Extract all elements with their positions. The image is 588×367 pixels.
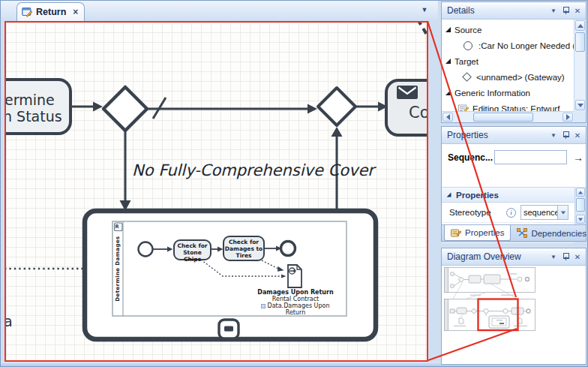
scroll-down-button[interactable] — [576, 215, 585, 224]
overview-pool-1 — [445, 268, 536, 293]
expander-icon[interactable] — [447, 193, 452, 197]
properties-title-bar[interactable]: Properties ▼ ✕ — [442, 127, 586, 144]
scroll-up-button[interactable] — [576, 188, 585, 197]
editing-status-icon — [458, 104, 469, 112]
diagram-canvas[interactable]: ermine n Status No Fully-Comprehensive C… — [4, 21, 428, 362]
stereotype-combobox[interactable]: sequence — [520, 205, 568, 220]
details-item-target[interactable]: <unnamed> (Gateway) — [442, 68, 574, 86]
scroll-right-button[interactable] — [562, 113, 573, 122]
info-icon[interactable]: i — [506, 208, 516, 218]
sub-task1-label: Check for Stone Chips — [174, 242, 211, 263]
overview-title-bar[interactable]: Diagram Overview ▼ ✕ — [442, 248, 586, 266]
properties-menu-icon[interactable]: ▼ — [548, 130, 560, 141]
properties-grid: Properties Stereotype i sequence uses Gl… — [442, 187, 574, 224]
details-section-source[interactable]: Source — [442, 23, 574, 37]
sub-start-event[interactable] — [139, 242, 153, 257]
expander-icon[interactable] — [446, 90, 451, 95]
gateway-1[interactable] — [104, 87, 147, 131]
data-object-labels: Damages Upon Return Rental Contract Data… — [248, 289, 344, 316]
scroll-thumb[interactable] — [576, 198, 585, 212]
overview-pin-icon[interactable] — [560, 251, 572, 263]
properties-pin-icon[interactable] — [560, 130, 572, 141]
sub-end-event[interactable] — [281, 242, 296, 256]
data-object-damages-upon-return[interactable] — [288, 265, 302, 287]
details-item-source[interactable]: :Car No Longer Needed (E — [442, 37, 574, 54]
go-arrow-button[interactable]: → — [573, 152, 584, 164]
scroll-left-button[interactable] — [442, 113, 453, 122]
sequence-field-label: Sequenc... — [448, 152, 490, 163]
details-horizontal-scrollbar[interactable] — [442, 111, 574, 122]
clipped-label-fragment: a — [4, 313, 13, 329]
details-menu-icon[interactable]: ▼ — [548, 5, 560, 17]
scroll-thumb[interactable] — [473, 113, 533, 122]
expander-icon[interactable] — [446, 59, 451, 64]
scroll-down-button[interactable] — [575, 100, 585, 110]
dashed-flow-fragment — [418, 23, 427, 42]
task-label-fragment-1: ermine — [4, 92, 55, 108]
overview-body[interactable] — [442, 266, 586, 364]
subprocess-lane-label: Determine Damages — [112, 221, 123, 316]
details-close-icon[interactable]: ✕ — [572, 5, 584, 17]
overview-thumbnail[interactable] — [444, 266, 538, 332]
overview-title: Diagram Overview — [447, 251, 521, 262]
task-label-fragment-2: n Status — [4, 108, 62, 125]
overview-menu-icon[interactable]: ▼ — [548, 251, 560, 263]
properties-group-header[interactable]: Properties — [442, 188, 574, 203]
combo-dropdown-icon[interactable] — [557, 206, 568, 219]
properties-tab-icon — [451, 228, 461, 238]
sequence-flow-1[interactable] — [70, 102, 103, 112]
tab-return[interactable]: Return × — [16, 2, 85, 21]
diagram-tab-icon — [22, 7, 32, 17]
details-title-bar[interactable]: Details ▼ ✕ — [442, 2, 586, 20]
tab-overflow-dropdown-icon[interactable]: ▼ — [418, 5, 430, 15]
details-tree[interactable]: Source :Car No Longer Needed (E Target <… — [442, 20, 574, 111]
sequence-flow-no-cover[interactable] — [120, 131, 131, 211]
tab-dependencies[interactable]: Dependencies — [511, 225, 588, 241]
gateway-diamond-icon — [462, 72, 472, 82]
message-task-label-fragment: Co — [409, 104, 428, 122]
details-section-target[interactable]: Target — [442, 54, 574, 68]
event-circle-icon — [464, 41, 472, 50]
tab-close-icon[interactable]: × — [73, 7, 78, 17]
sequence-name-input[interactable] — [494, 150, 567, 164]
data-type-icon — [261, 304, 266, 308]
dependencies-tab-icon — [517, 228, 527, 238]
details-panel: Details ▼ ✕ Source :Car No Longer Needed… — [441, 2, 586, 123]
bpmn-diagram-graphics — [6, 23, 427, 360]
properties-bottom-tabs: Properties Dependencies — [442, 224, 586, 241]
properties-close-icon[interactable]: ✕ — [572, 130, 584, 141]
scrollbar-corner — [574, 111, 586, 122]
subprocess-badge-letter: R — [116, 224, 119, 230]
flow-condition-label: No Fully-Comprehensive Cover — [132, 161, 374, 179]
tab-title: Return — [36, 7, 66, 17]
subprocess-collapse-marker[interactable] — [219, 320, 238, 338]
grid-scrollbar[interactable] — [574, 187, 586, 224]
details-item-editing-status[interactable]: Editing Status: Entwurf — [442, 100, 574, 111]
sequence-flow-2[interactable] — [356, 102, 388, 112]
gateway-2[interactable] — [318, 88, 356, 125]
details-section-generic[interactable]: Generic Information — [442, 86, 574, 100]
overview-pool-2 — [445, 299, 536, 331]
details-vertical-scrollbar[interactable] — [574, 20, 586, 111]
sub-task2-label: Check for Damages to Tires — [224, 239, 264, 259]
scroll-thumb[interactable] — [575, 32, 585, 52]
tab-properties[interactable]: Properties — [444, 225, 511, 241]
diagram-overview-panel: Diagram Overview ▼ ✕ — [441, 248, 586, 365]
property-row-stereotype[interactable]: Stereotype i sequence — [442, 203, 574, 223]
subprocess-determine-damages[interactable] — [85, 211, 376, 339]
scroll-up-button[interactable] — [575, 20, 585, 31]
properties-panel: Properties ▼ ✕ Sequenc... → Properties S… — [441, 126, 586, 242]
expander-icon[interactable] — [446, 27, 451, 32]
properties-title: Properties — [447, 130, 488, 140]
overview-close-icon[interactable]: ✕ — [572, 251, 584, 263]
details-pin-icon[interactable] — [560, 5, 572, 17]
sequence-flow-default[interactable] — [147, 98, 317, 119]
details-title: Details — [447, 5, 475, 16]
